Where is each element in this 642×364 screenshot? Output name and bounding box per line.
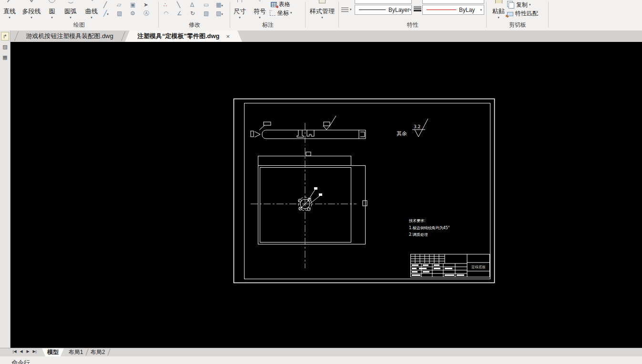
hatch-edit-button[interactable]: ▨▾	[214, 10, 227, 18]
surface-roughness-note: 其余 3.2	[397, 119, 428, 137]
tab-layout2[interactable]: 布局2	[88, 348, 108, 356]
text-region-button[interactable]: Ⓐ	[142, 10, 154, 18]
chevron-down-icon: ▾	[239, 16, 241, 20]
match-properties-button[interactable]: 特性匹配	[507, 10, 538, 17]
dimension-button[interactable]: 尺寸 ▾	[231, 0, 249, 21]
rectangle-button[interactable]: ▭	[202, 1, 214, 9]
table-button[interactable]: 表格	[271, 0, 290, 8]
document-tab-label: 游戏机按钮注塑模具装配图.dwg	[26, 32, 113, 40]
chevron-down-icon: ▾	[350, 8, 352, 11]
next-sheet-icon[interactable]: ▶	[25, 349, 31, 354]
image-frame-tool-button[interactable]: ▨	[1, 42, 9, 51]
group-separator	[548, 2, 549, 28]
gear-icon: ⚙	[130, 10, 135, 17]
erase-icon: ╲	[177, 2, 180, 8]
tab-separator	[121, 31, 125, 41]
line-icon	[1, 0, 18, 3]
group-separator	[338, 2, 339, 28]
rotate-button[interactable]: ↻	[189, 10, 201, 18]
command-line-label: 命令行	[11, 359, 30, 364]
polyline-button[interactable]: 多段线 ▾	[19, 0, 44, 21]
lineweight-button[interactable]	[414, 5, 421, 13]
color-select[interactable]: ByLay ▾	[422, 5, 484, 15]
coordinate-button[interactable]: 坐标 ▾	[270, 9, 292, 17]
group-separator	[158, 2, 159, 28]
chevron-down-icon: ▾	[31, 16, 32, 20]
point-edit-button[interactable]: ∴	[162, 1, 174, 9]
ribbon-toolbar: 直线 ▾ 多段线 ▾ 圆 ▾ 圆弧 ▾ ∿ 曲线 ▾ ╱ ▱ ▣ ➤ ╱▾ ▨ …	[0, 0, 642, 31]
line-button[interactable]: 直线 ▾	[1, 0, 18, 21]
layer-combo-cut[interactable]	[355, 0, 412, 4]
document-tab-part-active[interactable]: 注塑模具“定模板”零件图.dwg ×	[125, 30, 242, 42]
hatch-button[interactable]: ▨	[115, 10, 128, 18]
hatch-icon: ▨	[117, 10, 122, 17]
group-separator	[230, 2, 230, 28]
properties-group-label: 特性	[339, 21, 486, 29]
surface-prefix-text: 其余	[397, 131, 407, 137]
pointer-icon: ➤	[143, 2, 148, 8]
copy-icon	[509, 2, 514, 9]
construction-line-button[interactable]: ╱▾	[102, 10, 114, 18]
rotate-icon: ↻	[190, 10, 195, 17]
move-3d-button[interactable]: ▧	[202, 10, 214, 18]
tech-note-2: 2.调质处理	[409, 233, 428, 237]
linetype-manager-button[interactable]: ▾	[341, 6, 352, 13]
style-manager-icon	[307, 0, 337, 3]
layer-combo-cut[interactable]	[422, 0, 484, 4]
page-arrow-icon: ↱	[3, 33, 7, 40]
tab-model[interactable]: 模型	[42, 348, 64, 356]
spline-button[interactable]: ∿ 曲线 ▾	[82, 0, 101, 21]
chamfer-button[interactable]: ∠	[175, 10, 188, 18]
arc-button[interactable]: 圆弧 ▾	[61, 0, 80, 21]
close-icon[interactable]: ×	[226, 33, 230, 40]
fillet-icon: ◠	[163, 10, 168, 17]
hatch-edit-icon: ▨	[216, 10, 221, 17]
chevron-down-icon: ▾	[107, 12, 109, 16]
sheet-inner-border	[245, 103, 490, 279]
arc-icon	[61, 0, 80, 3]
gear-button[interactable]: ⚙	[129, 10, 141, 18]
group-separator	[305, 2, 306, 28]
last-sheet-icon[interactable]: ▶|	[31, 349, 38, 354]
plan-view	[251, 148, 367, 268]
paste-button[interactable]: 粘贴 ▾	[489, 0, 508, 21]
section-view	[251, 116, 366, 145]
image-frame-icon: ▨	[2, 44, 7, 50]
symbol-button[interactable]: ▽ 符号 ▾	[251, 0, 269, 21]
spline-icon: ∿	[82, 0, 101, 3]
table-grid-tool-button[interactable]: ▦	[1, 53, 9, 61]
title-block-part-name: 定模底板	[471, 265, 486, 269]
circle-icon	[45, 0, 59, 3]
linetype-select[interactable]: ByLayer ▾	[355, 5, 412, 15]
style-manager-button[interactable]: 样式管理 ▾	[307, 0, 337, 21]
polyline-icon	[19, 0, 44, 3]
point-edit-icon: ∴	[163, 2, 167, 8]
technical-notes: 技术要求: 1.棱边倒钝锐角均为45° 2.调质处理	[408, 219, 450, 237]
fillet-button[interactable]: ◠	[162, 10, 174, 18]
chevron-down-icon: ▾	[321, 16, 323, 20]
coordinate-icon	[270, 10, 275, 16]
lineweight-icon	[414, 6, 421, 12]
multiline-button[interactable]: ╱	[102, 1, 114, 9]
page-arrow-tool-button[interactable]: ↱	[1, 32, 9, 40]
tab-layout1[interactable]: 布局1	[66, 348, 86, 356]
mirror-button[interactable]: ∆	[189, 1, 201, 9]
drawing-canvas[interactable]: 其余 3.2 技术要求:	[10, 42, 642, 348]
tab-separator	[107, 349, 110, 355]
document-tab-assembly[interactable]: 游戏机按钮注塑模具装配图.dwg	[18, 30, 121, 42]
chevron-down-icon: ▾	[221, 4, 223, 8]
first-sheet-icon[interactable]: |◀	[11, 349, 18, 354]
array-button[interactable]: ▦▾	[214, 1, 227, 9]
prev-sheet-icon[interactable]: ◀	[18, 349, 24, 354]
command-line[interactable]: 命令行	[0, 356, 642, 364]
erase-button[interactable]: ╲	[175, 1, 188, 9]
block-button[interactable]: ▣	[129, 1, 141, 9]
linetype-value: ByLayer	[388, 7, 409, 13]
linetype-sample-line	[359, 10, 386, 10]
pointer-button[interactable]: ➤	[142, 1, 154, 9]
match-properties-brush-icon	[507, 12, 513, 16]
copy-button[interactable]: 复制 ▾	[507, 1, 531, 9]
region-button[interactable]: ▱	[115, 1, 128, 9]
circle-button[interactable]: 圆 ▾	[45, 0, 59, 21]
color-value: ByLay	[459, 7, 475, 13]
